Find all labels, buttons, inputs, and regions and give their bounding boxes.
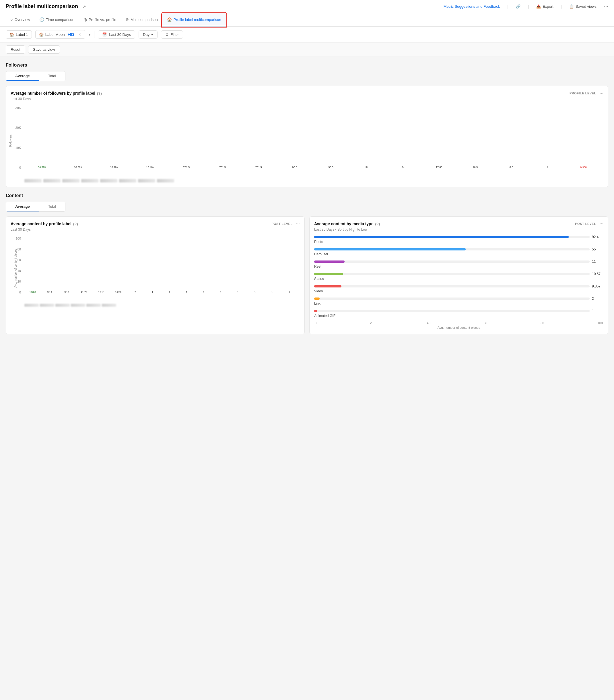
content-toggle-total[interactable]: Total <box>39 202 65 211</box>
bar-value-6: 751.5 <box>255 166 262 169</box>
action-bar: Reset Save as view <box>0 42 614 57</box>
filter-divider <box>94 31 95 38</box>
h-bar-item-6: 1Animated GIF <box>314 309 603 318</box>
tab-profile-vs-profile[interactable]: ◎ Profile vs. profile <box>79 13 121 26</box>
tab-overview[interactable]: ○ Overview <box>6 13 35 26</box>
y-label-30k: 30K <box>15 106 21 110</box>
x-axis-label-3: 60 <box>484 321 487 325</box>
date-range-picker[interactable]: 📅 Last 30 Days <box>98 30 135 39</box>
add-filter-button[interactable]: +83 <box>66 32 76 37</box>
h-bar-value-6: 1 <box>592 309 603 313</box>
external-link-icon[interactable]: ↗ <box>83 4 86 9</box>
granularity-select[interactable]: Day ▾ <box>139 30 158 39</box>
content-right-chart-menu[interactable]: ··· <box>600 221 603 226</box>
content-bar-value-1: 98.1 <box>47 291 52 293</box>
h-bar-fill-6 <box>314 310 317 312</box>
bar-value-14: 1 <box>547 166 548 169</box>
cl-y-label-80: 80 <box>17 248 21 251</box>
content-right-info-icon[interactable]: (?) <box>375 222 380 226</box>
tab-profile-label-multicomparison[interactable]: 🏠 Profile label multicomparison <box>162 13 226 26</box>
h-bar-value-5: 2 <box>592 297 603 301</box>
followers-bar-group-7: 80.5 <box>277 166 312 169</box>
h-bar-fill-5 <box>314 298 319 300</box>
followers-bar-group-13: 8.5 <box>494 166 529 169</box>
content-two-col: Average content by profile label (?) POS… <box>6 216 608 340</box>
h-bar-fill-0 <box>314 236 569 238</box>
bar-value-1: 18.32K <box>74 166 82 169</box>
remove-filter-button[interactable]: ✕ <box>78 33 82 37</box>
content-bar-value-6: 2 <box>135 291 136 293</box>
content-bar-value-8: 1 <box>169 291 170 293</box>
cl-y-label-40: 40 <box>17 269 21 273</box>
content-bar-group-9: 1 <box>178 291 195 294</box>
y-label-0: 0 <box>19 166 21 169</box>
content-bar-group-7: 1 <box>144 291 161 294</box>
followers-bar-group-5: 751.5 <box>205 166 240 169</box>
tab-time-comparison[interactable]: 🕐 Time comparison <box>35 13 79 26</box>
separator1: | <box>507 4 508 9</box>
label2-filter-tag[interactable]: 🏠 Label Moon +83 ✕ <box>35 30 86 39</box>
bar-value-12: 10.5 <box>473 166 478 169</box>
followers-section-title: Followers <box>6 63 608 68</box>
followers-bar-group-3: 10.48K <box>133 166 168 169</box>
content-bar-value-12: 1 <box>237 291 239 293</box>
overview-icon: ○ <box>10 17 13 22</box>
bar-value-9: 34 <box>365 166 368 169</box>
reset-button[interactable]: Reset <box>6 45 25 54</box>
bar-value-10: 34 <box>402 166 404 169</box>
followers-toggle-average[interactable]: Average <box>6 72 39 81</box>
bar-value-5: 751.5 <box>219 166 226 169</box>
followers-info-icon[interactable]: (?) <box>97 91 102 96</box>
content-toggle-average[interactable]: Average <box>6 202 39 211</box>
saved-views-button[interactable]: 📋 Saved views <box>566 4 599 9</box>
h-bar-label-5: Link <box>314 301 603 305</box>
followers-bar-group-6: 751.5 <box>241 166 276 169</box>
save-as-view-button[interactable]: Save as view <box>28 45 60 54</box>
filter-bar: 🏠 Label 1 🏠 Label Moon +83 ✕ ▾ 📅 Last 30… <box>0 27 614 42</box>
content-left-chart-header: Average content by profile label (?) POS… <box>11 221 300 226</box>
h-bar-item-2: 11Reel <box>314 260 603 268</box>
nav-tabs: ○ Overview 🕐 Time comparison ◎ Profile v… <box>0 13 614 27</box>
link-icon-action[interactable]: 🔗 <box>513 4 523 9</box>
followers-chart-card: Average number of followers by profile l… <box>6 86 608 187</box>
bar-value-0: 36.59K <box>38 166 46 169</box>
export-button[interactable]: 📤 Export <box>534 4 556 9</box>
x-axis-label-2: 40 <box>427 321 430 325</box>
h-bar-label-4: Video <box>314 289 603 293</box>
bar-value-2: 10.48K <box>110 166 118 169</box>
content-left-info-icon[interactable]: (?) <box>73 222 78 226</box>
h-bar-item-3: 10.57Status <box>314 272 603 281</box>
followers-bar-group-2: 10.48K <box>97 166 132 169</box>
content-left-chart-menu[interactable]: ··· <box>296 221 300 226</box>
label1-filter-tag[interactable]: 🏠 Label 1 <box>6 30 32 39</box>
bar-value-8: 35.5 <box>328 166 334 169</box>
more-options-button[interactable]: ··· <box>604 3 608 10</box>
h-bar-label-1: Carousel <box>314 252 603 256</box>
cl-y-label-60: 60 <box>17 258 21 262</box>
content-bar-value-11: 1 <box>220 291 222 293</box>
filter-button[interactable]: ⚙ Filter <box>161 30 183 39</box>
followers-legend-blurred <box>11 179 603 183</box>
followers-bar-group-14: 1 <box>530 166 565 169</box>
followers-y-axis-title: Followers <box>9 135 12 147</box>
saved-views-icon: 📋 <box>569 4 574 9</box>
followers-bar-group-15: 0.938 <box>566 166 601 169</box>
tab-multicomparison[interactable]: ⊕ Multicomparison <box>121 13 162 26</box>
h-bar-track-3 <box>314 273 590 275</box>
top-bar: Profile label multicomparison ↗ Metric S… <box>0 0 614 13</box>
content-left-blurred <box>11 304 300 307</box>
filter-dropdown-arrow[interactable]: ▾ <box>89 33 91 37</box>
cl-y-label-20: 20 <box>17 280 21 283</box>
followers-toggle-total[interactable]: Total <box>39 72 65 81</box>
content-bar-group-10: 1 <box>196 291 212 294</box>
x-axis-label-4: 80 <box>541 321 544 325</box>
content-right-chart-card: Average content by media type (?) POST L… <box>309 216 608 334</box>
bar-value-3: 10.48K <box>146 166 155 169</box>
content-bar-group-6: 2 <box>127 291 144 294</box>
metric-feedback-link[interactable]: Metric Suggestions and Feedback <box>441 4 503 9</box>
followers-chart-menu[interactable]: ··· <box>600 91 603 96</box>
content-bar-value-9: 1 <box>186 291 187 293</box>
h-bar-fill-3 <box>314 273 343 275</box>
content-bar-group-5: 5.286 <box>110 291 126 294</box>
content-bar-value-10: 1 <box>203 291 204 293</box>
